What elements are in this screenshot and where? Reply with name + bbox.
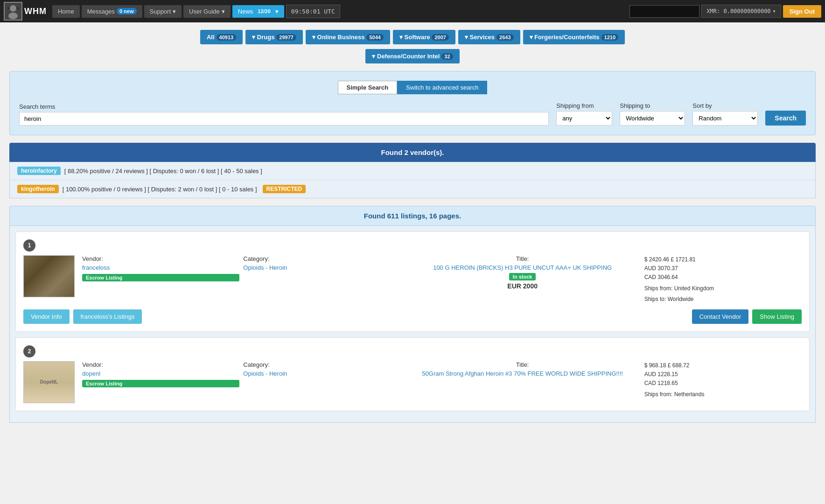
home-button[interactable]: Home — [52, 5, 80, 18]
vendor-kingofheroin-tag[interactable]: kingofheroin — [17, 185, 59, 193]
shipping-to-select[interactable]: Worldwide USA UK EU Australia — [620, 111, 685, 126]
in-stock-badge-1: In stock — [509, 273, 536, 280]
vendor-row: heroinfactory [ 88.20% positive / 24 rev… — [10, 162, 815, 180]
shipping-to-label: Shipping to — [620, 102, 685, 109]
contact-vendor-button-1[interactable]: Contact Vendor — [692, 309, 749, 324]
escrow-badge-1: Escrow Listing — [82, 274, 239, 281]
support-button[interactable]: Support ▾ — [144, 5, 182, 18]
brand: WHM — [4, 2, 47, 21]
price-eur-1: EUR 2000 — [507, 282, 538, 290]
cat-forgeries-badge: 1210 — [601, 34, 618, 41]
user-guide-button[interactable]: User Guide ▾ — [183, 5, 231, 18]
user-guide-chevron-icon: ▾ — [222, 8, 225, 15]
vendor-section: Vendor: franceloss Escrow Listing — [82, 255, 239, 304]
action-right-1: Contact Vendor Show Listing — [692, 309, 802, 324]
category-link-1[interactable]: Opioids - Heroin — [243, 264, 400, 271]
svg-point-1 — [10, 5, 16, 12]
news-chevron-icon: ▾ — [275, 8, 279, 15]
shipping-from-label: Shipping from — [556, 102, 612, 109]
price-multi-2: $ 968.18 £ 688.72AUD 1228.15CAD 1218.65 — [644, 361, 802, 388]
sort-by-select[interactable]: Random Price Low-High Price High-Low Rat… — [692, 111, 758, 126]
vendors-header: Found 2 vendor(s). — [9, 143, 816, 162]
simple-search-button[interactable]: Simple Search — [338, 81, 398, 94]
cat-software-badge: 2007 — [432, 34, 448, 41]
cat-online-business-badge: 5044 — [366, 34, 383, 41]
xmr-display: XMR: 0.000000000000 ▾ — [701, 5, 781, 18]
svg-rect-3 — [7, 7, 9, 9]
listings-container: 1 Vendor: franceloss Escrow Listing Cate… — [9, 226, 816, 423]
vendors-list: heroinfactory [ 88.20% positive / 24 rev… — [9, 162, 816, 198]
listing-image-1[interactable] — [23, 255, 75, 297]
cat-all-button[interactable]: All 40913 — [200, 30, 243, 44]
vendor-link-dopenl[interactable]: dopenl — [82, 370, 239, 377]
restricted-badge: RESTRICTED — [263, 185, 306, 193]
price-section: $ 2420.46 £ 1721.81AUD 3070.37CAD 3046.6… — [644, 255, 802, 304]
listing-card: 1 Vendor: franceloss Escrow Listing Cate… — [15, 231, 810, 332]
listing-details: Vendor: franceloss Escrow Listing Catego… — [82, 255, 802, 304]
svg-point-2 — [8, 13, 18, 19]
vendor-section-2: Vendor: dopenl Escrow Listing — [82, 361, 239, 399]
sign-out-button[interactable]: Sign Out — [783, 5, 821, 18]
cat-all-badge: 40913 — [217, 34, 237, 41]
shipping-to-group: Shipping to Worldwide USA UK EU Australi… — [620, 102, 685, 126]
ships-to-1: Ships to: Worldwide — [644, 295, 802, 304]
escrow-badge-2: Escrow Listing — [82, 380, 239, 387]
category-link-2[interactable]: Opioids - Heroin — [243, 370, 400, 377]
cat-services-button[interactable]: ▾ Services 2643 — [458, 30, 520, 44]
cat-drugs-badge: 29977 — [276, 34, 296, 41]
support-chevron-icon: ▾ — [173, 8, 176, 15]
search-terms-group: Search terms — [19, 103, 549, 126]
cat-online-business-button[interactable]: ▾ Online Business 5044 — [306, 30, 390, 44]
search-button-group: Search — [765, 102, 806, 126]
second-cat-bar: ▾ Defense/Counter Intel 32 — [9, 49, 816, 63]
vendor-row: kingofheroin [ 100.00% positive / 0 revi… — [10, 180, 815, 198]
listing-body-2: DopeNL Vendor: dopenl Escrow Listing Cat… — [23, 361, 802, 403]
advanced-search-button[interactable]: Switch to advanced search — [397, 81, 487, 94]
listing-details-2: Vendor: dopenl Escrow Listing Category: … — [82, 361, 802, 399]
title-section-2: Title: 50Gram Strong Afghan Heroin #3 70… — [405, 361, 641, 399]
category-section-2: Category: Opioids - Heroin — [243, 361, 400, 399]
title-link-1[interactable]: 100 G HEROIN (BRICKS) H3 PURE UNCUT AAA+… — [433, 264, 612, 271]
cat-defense-badge: 32 — [441, 53, 453, 60]
search-button[interactable]: Search — [765, 111, 806, 126]
action-left-1: Vendor Info franceloss's Listings — [23, 309, 142, 324]
price-section-2: $ 968.18 £ 688.72AUD 1228.15CAD 1218.65 … — [644, 361, 802, 399]
cat-drugs-button[interactable]: ▾ Drugs 29977 — [245, 30, 303, 44]
cat-services-badge: 2643 — [496, 34, 513, 41]
nav-search-input[interactable] — [629, 5, 699, 18]
vendor-kingofheroin-stats: [ 100.00% positive / 0 reviews ] [ Dispu… — [63, 186, 257, 193]
brand-avatar — [4, 2, 22, 21]
listing-card-2: 2 DopeNL Vendor: dopenl Escrow Listing C… — [15, 337, 810, 411]
messages-badge: 0 new — [117, 8, 137, 14]
show-listing-button-1[interactable]: Show Listing — [752, 309, 802, 324]
search-fields: Search terms Shipping from any USA UK EU… — [19, 102, 806, 126]
messages-button[interactable]: Messages 0 new — [82, 5, 142, 18]
brand-text: WHM — [24, 7, 47, 16]
listing-number-1: 1 — [23, 239, 35, 252]
search-panel: Simple Search Switch to advanced search … — [9, 71, 816, 135]
listing-actions-1: Vendor Info franceloss's Listings Contac… — [23, 309, 802, 324]
svg-rect-4 — [17, 7, 19, 9]
vendor-info-button-1[interactable]: Vendor Info — [23, 309, 70, 324]
title-section: Title: 100 G HEROIN (BRICKS) H3 PURE UNC… — [405, 255, 641, 304]
ships-from-1: Ships from: United Kingdom — [644, 284, 802, 293]
cat-software-button[interactable]: ▾ Software 2007 — [393, 30, 455, 44]
xmr-chevron-icon: ▾ — [773, 8, 776, 14]
cat-defense-button[interactable]: ▾ Defense/Counter Intel 32 — [365, 49, 459, 63]
shipping-from-select[interactable]: any USA UK EU Netherlands Germany — [556, 111, 612, 126]
vendor-heroinfactory-tag[interactable]: heroinfactory — [17, 167, 61, 175]
sort-by-label: Sort by — [692, 102, 758, 109]
vendor-link-franceloss[interactable]: franceloss — [82, 264, 239, 271]
title-link-2[interactable]: 50Gram Strong Afghan Heroin #3 70% FREE … — [422, 370, 623, 377]
listings-header: Found 611 listings, 16 pages. — [9, 206, 816, 226]
sort-by-group: Sort by Random Price Low-High Price High… — [692, 102, 758, 126]
vendor-heroinfactory-stats: [ 88.20% positive / 24 reviews ] [ Dispu… — [64, 168, 262, 175]
navbar: WHM Home Messages 0 new Support ▾ User G… — [0, 0, 825, 22]
vendor-listings-button-1[interactable]: franceloss's Listings — [73, 309, 142, 324]
listing-image-2[interactable]: DopeNL — [23, 361, 75, 403]
time-display: 09:50:01 UTC — [286, 5, 340, 18]
cat-forgeries-button[interactable]: ▾ Forgeries/Counterfeits 1210 — [523, 30, 625, 44]
news-button[interactable]: News 12/20 ▾ — [232, 5, 284, 18]
main-content: All 40913 ▾ Drugs 29977 ▾ Online Busines… — [0, 22, 825, 430]
search-input[interactable] — [19, 112, 549, 126]
